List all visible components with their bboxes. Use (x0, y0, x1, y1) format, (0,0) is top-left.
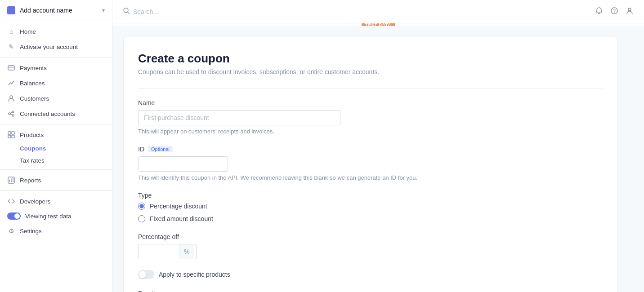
name-input[interactable] (138, 110, 340, 125)
sidebar-item-home[interactable]: ⌂ Home (0, 24, 112, 39)
sidebar-divider-1 (0, 57, 112, 58)
svg-point-5 (12, 115, 14, 116)
sidebar-item-settings-label: Settings (20, 228, 42, 234)
coupon-form-card: Create a coupon Coupons can be used to d… (123, 37, 618, 292)
svg-point-2 (10, 96, 13, 98)
type-radio-fixed[interactable] (138, 215, 145, 222)
duration-section: Duration (138, 290, 603, 292)
svg-line-6 (10, 112, 12, 113)
topbar: ? (112, 0, 644, 23)
connected-icon (7, 110, 15, 118)
sidebar-nav: ⌂ Home ✎ Activate your account Payments … (0, 21, 112, 241)
id-help: This will identify this coupon in the AP… (138, 174, 603, 181)
percentage-input-wrap: % (138, 244, 197, 259)
sidebar-item-payments[interactable]: Payments (0, 60, 112, 75)
sidebar-item-taxrates-label: Tax rates (20, 157, 45, 164)
type-radio-group: Percentage discount Fixed amount discoun… (138, 203, 603, 222)
apply-specific-toggle-row[interactable]: Apply to specific products (138, 270, 603, 279)
sidebar-item-coupons[interactable]: Coupons (0, 142, 112, 155)
type-option-fixed[interactable]: Fixed amount discount (138, 215, 603, 222)
name-label: Name (138, 99, 603, 106)
sidebar-item-payments-label: Payments (20, 65, 47, 71)
search-input[interactable] (133, 8, 303, 15)
apply-specific-toggle[interactable] (138, 270, 154, 279)
id-section: ID Optional This will identify this coup… (138, 146, 603, 181)
percentage-symbol: % (179, 244, 194, 259)
sidebar-divider-3 (0, 169, 112, 170)
type-label: Type (138, 192, 603, 199)
svg-text:?: ? (613, 9, 616, 13)
products-icon (7, 131, 15, 139)
activate-icon: ✎ (7, 43, 15, 51)
divider-1 (138, 88, 603, 88)
percentage-off-label: Percentage off (138, 233, 603, 240)
sidebar-item-developers[interactable]: Developers (0, 194, 112, 209)
test-data-switch[interactable] (7, 212, 21, 220)
sidebar-item-coupons-label: Coupons (20, 145, 46, 152)
bell-icon[interactable] (595, 7, 603, 16)
account-name: Add account name (20, 7, 102, 14)
type-section: Type Percentage discount Fixed amount di… (138, 192, 603, 222)
search-icon (123, 8, 130, 15)
viewing-test-data-toggle[interactable]: Viewing test data (0, 209, 112, 223)
svg-point-3 (9, 113, 10, 115)
sidebar-item-products[interactable]: Products (0, 127, 112, 142)
main-content: Create a coupon Coupons can be used to d… (112, 26, 644, 292)
sidebar-item-connected-label: Connected accounts (20, 111, 75, 117)
sidebar-item-balances-label: Balances (20, 80, 45, 87)
svg-rect-0 (8, 66, 14, 70)
name-help: This will appear on customers' receipts … (138, 128, 603, 135)
sidebar-item-developers-label: Developers (20, 198, 50, 205)
apply-specific-section: Apply to specific products (138, 270, 603, 279)
sidebar-item-taxrates[interactable]: Tax rates (0, 155, 112, 167)
account-icon (7, 6, 15, 14)
id-label: ID Optional (138, 146, 603, 153)
developers-icon (7, 197, 15, 205)
svg-rect-9 (12, 132, 14, 134)
id-input[interactable] (138, 156, 228, 172)
percentage-input[interactable] (139, 244, 179, 259)
chevron-down-icon: ▾ (102, 7, 105, 13)
duration-label: Duration (138, 290, 603, 292)
payments-icon (7, 64, 15, 72)
svg-line-7 (10, 114, 12, 115)
apply-specific-label: Apply to specific products (159, 271, 230, 278)
type-option-percentage-label: Percentage discount (150, 203, 207, 210)
settings-icon: ⚙ (7, 227, 15, 235)
topbar-actions: ? (595, 7, 633, 16)
sidebar-item-customers[interactable]: Customers (0, 91, 112, 106)
svg-rect-10 (8, 135, 11, 138)
user-icon[interactable] (626, 7, 633, 16)
sidebar-item-activate[interactable]: ✎ Activate your account (0, 39, 112, 54)
svg-rect-8 (8, 132, 11, 134)
name-section: Name This will appear on customers' rece… (138, 99, 603, 135)
sidebar-item-settings[interactable]: ⚙ Settings (0, 223, 112, 239)
type-option-fixed-label: Fixed amount discount (150, 215, 213, 222)
sidebar-item-customers-label: Customers (20, 95, 49, 102)
sidebar-divider-4 (0, 190, 112, 191)
account-header[interactable]: Add account name ▾ (0, 0, 112, 21)
sidebar-item-reports-label: Reports (20, 177, 41, 184)
sidebar-item-activate-label: Activate your account (20, 44, 78, 50)
home-icon: ⌂ (7, 27, 15, 35)
svg-point-4 (12, 111, 14, 113)
balances-icon (7, 79, 15, 87)
type-option-percentage[interactable]: Percentage discount (138, 203, 603, 210)
svg-rect-11 (12, 135, 14, 138)
svg-point-20 (628, 8, 631, 11)
sidebar-item-reports[interactable]: Reports (0, 173, 112, 188)
optional-badge: Optional (148, 146, 173, 152)
reports-icon (7, 176, 15, 184)
sidebar-item-connected[interactable]: Connected accounts (0, 106, 112, 121)
page-subtitle: Coupons can be used to discount invoices… (138, 68, 603, 75)
percentage-off-section: Percentage off % (138, 233, 603, 259)
search-bar (123, 8, 303, 15)
page-title: Create a coupon (138, 52, 603, 66)
sidebar-item-balances[interactable]: Balances (0, 75, 112, 91)
help-icon[interactable]: ? (611, 7, 618, 16)
customers-icon (7, 94, 15, 102)
type-radio-percentage[interactable] (138, 203, 145, 210)
sidebar-item-home-label: Home (20, 28, 36, 35)
sidebar: Add account name ▾ ⌂ Home ✎ Activate you… (0, 0, 112, 292)
sidebar-divider-2 (0, 124, 112, 124)
